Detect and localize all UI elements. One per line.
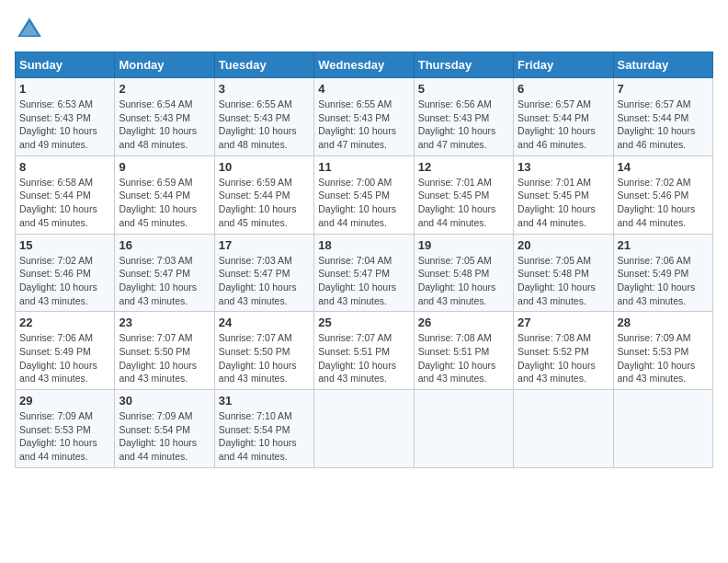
day-detail: Sunrise: 6:55 AMSunset: 5:43 PMDaylight:…	[318, 98, 409, 152]
calendar-day-cell: 11Sunrise: 7:00 AMSunset: 5:45 PMDayligh…	[314, 155, 414, 234]
day-number: 26	[418, 316, 509, 329]
day-number: 23	[119, 316, 210, 329]
day-number: 17	[219, 238, 310, 252]
day-number: 1	[19, 82, 110, 96]
calendar-day-cell	[414, 390, 513, 468]
calendar-day-cell: 25Sunrise: 7:07 AMSunset: 5:51 PMDayligh…	[314, 312, 414, 390]
weekday-header-sunday: Sunday	[16, 52, 115, 78]
calendar-day-cell: 13Sunrise: 7:01 AMSunset: 5:45 PMDayligh…	[514, 155, 613, 234]
calendar-day-cell: 1Sunrise: 6:53 AMSunset: 5:43 PMDaylight…	[16, 78, 115, 156]
day-number: 7	[618, 82, 709, 96]
day-number: 14	[618, 160, 709, 174]
calendar-day-cell: 16Sunrise: 7:03 AMSunset: 5:47 PMDayligh…	[115, 234, 214, 312]
calendar-day-cell: 14Sunrise: 7:02 AMSunset: 5:46 PMDayligh…	[613, 155, 712, 234]
day-number: 20	[518, 238, 609, 252]
calendar-day-cell: 21Sunrise: 7:06 AMSunset: 5:49 PMDayligh…	[613, 234, 712, 312]
calendar-week-row: 29Sunrise: 7:09 AMSunset: 5:53 PMDayligh…	[16, 390, 713, 468]
day-number: 11	[318, 160, 409, 174]
calendar-day-cell	[613, 390, 712, 468]
day-detail: Sunrise: 6:53 AMSunset: 5:43 PMDaylight:…	[19, 98, 110, 152]
day-detail: Sunrise: 7:09 AMSunset: 5:53 PMDaylight:…	[19, 409, 110, 464]
day-detail: Sunrise: 7:06 AMSunset: 5:49 PMDaylight:…	[618, 254, 709, 308]
day-number: 19	[418, 238, 509, 252]
day-number: 6	[518, 82, 609, 96]
day-number: 22	[19, 316, 110, 329]
day-number: 13	[518, 160, 609, 174]
day-detail: Sunrise: 6:54 AMSunset: 5:43 PMDaylight:…	[119, 98, 210, 152]
day-detail: Sunrise: 6:57 AMSunset: 5:44 PMDaylight:…	[518, 98, 609, 152]
calendar-week-row: 15Sunrise: 7:02 AMSunset: 5:46 PMDayligh…	[16, 234, 713, 312]
calendar-week-row: 22Sunrise: 7:06 AMSunset: 5:49 PMDayligh…	[16, 312, 713, 390]
day-detail: Sunrise: 7:04 AMSunset: 5:47 PMDaylight:…	[318, 254, 409, 308]
calendar-week-row: 8Sunrise: 6:58 AMSunset: 5:44 PMDaylight…	[16, 155, 713, 234]
calendar-day-cell: 19Sunrise: 7:05 AMSunset: 5:48 PMDayligh…	[414, 234, 513, 312]
weekday-header-friday: Friday	[514, 52, 613, 78]
day-number: 21	[618, 238, 709, 252]
calendar-day-cell: 3Sunrise: 6:55 AMSunset: 5:43 PMDaylight…	[214, 78, 313, 156]
day-number: 28	[618, 316, 709, 329]
calendar-day-cell: 20Sunrise: 7:05 AMSunset: 5:48 PMDayligh…	[514, 234, 613, 312]
day-number: 25	[318, 316, 409, 329]
calendar-week-row: 1Sunrise: 6:53 AMSunset: 5:43 PMDaylight…	[16, 78, 713, 156]
day-number: 31	[219, 394, 310, 408]
day-number: 10	[219, 160, 310, 174]
calendar-day-cell: 7Sunrise: 6:57 AMSunset: 5:44 PMDaylight…	[613, 78, 712, 156]
day-number: 30	[119, 394, 210, 408]
calendar-day-cell: 5Sunrise: 6:56 AMSunset: 5:43 PMDaylight…	[414, 78, 513, 156]
day-detail: Sunrise: 6:56 AMSunset: 5:43 PMDaylight:…	[418, 98, 509, 152]
calendar-day-cell: 29Sunrise: 7:09 AMSunset: 5:53 PMDayligh…	[16, 390, 115, 468]
weekday-header-monday: Monday	[115, 52, 214, 78]
day-detail: Sunrise: 7:05 AMSunset: 5:48 PMDaylight:…	[418, 254, 509, 308]
weekday-header-saturday: Saturday	[613, 52, 712, 78]
calendar-day-cell: 31Sunrise: 7:10 AMSunset: 5:54 PMDayligh…	[214, 390, 313, 468]
day-detail: Sunrise: 7:03 AMSunset: 5:47 PMDaylight:…	[219, 254, 310, 308]
calendar-day-cell: 30Sunrise: 7:09 AMSunset: 5:54 PMDayligh…	[115, 390, 214, 468]
page-header	[15, 15, 713, 44]
calendar-day-cell: 9Sunrise: 6:59 AMSunset: 5:44 PMDaylight…	[115, 155, 214, 234]
day-detail: Sunrise: 7:10 AMSunset: 5:54 PMDaylight:…	[219, 409, 310, 464]
logo-icon	[15, 15, 44, 44]
day-detail: Sunrise: 7:02 AMSunset: 5:46 PMDaylight:…	[19, 254, 110, 308]
day-detail: Sunrise: 7:07 AMSunset: 5:50 PMDaylight:…	[219, 331, 310, 385]
day-detail: Sunrise: 7:09 AMSunset: 5:54 PMDaylight:…	[119, 409, 210, 464]
calendar-day-cell: 2Sunrise: 6:54 AMSunset: 5:43 PMDaylight…	[115, 78, 214, 156]
day-detail: Sunrise: 6:59 AMSunset: 5:44 PMDaylight:…	[119, 176, 210, 230]
day-detail: Sunrise: 6:58 AMSunset: 5:44 PMDaylight:…	[19, 176, 110, 230]
calendar-day-cell: 23Sunrise: 7:07 AMSunset: 5:50 PMDayligh…	[115, 312, 214, 390]
day-detail: Sunrise: 7:00 AMSunset: 5:45 PMDaylight:…	[318, 176, 409, 230]
day-detail: Sunrise: 7:09 AMSunset: 5:53 PMDaylight:…	[618, 331, 709, 385]
day-detail: Sunrise: 6:55 AMSunset: 5:43 PMDaylight:…	[219, 98, 310, 152]
weekday-header-row: SundayMondayTuesdayWednesdayThursdayFrid…	[16, 52, 713, 78]
day-number: 16	[119, 238, 210, 252]
day-detail: Sunrise: 7:05 AMSunset: 5:48 PMDaylight:…	[518, 254, 609, 308]
calendar-day-cell: 8Sunrise: 6:58 AMSunset: 5:44 PMDaylight…	[16, 155, 115, 234]
calendar-day-cell: 28Sunrise: 7:09 AMSunset: 5:53 PMDayligh…	[613, 312, 712, 390]
day-detail: Sunrise: 6:57 AMSunset: 5:44 PMDaylight:…	[618, 98, 709, 152]
day-detail: Sunrise: 6:59 AMSunset: 5:44 PMDaylight:…	[219, 176, 310, 230]
calendar-day-cell: 12Sunrise: 7:01 AMSunset: 5:45 PMDayligh…	[414, 155, 513, 234]
day-number: 15	[19, 238, 110, 252]
calendar-day-cell	[514, 390, 613, 468]
calendar-day-cell: 27Sunrise: 7:08 AMSunset: 5:52 PMDayligh…	[514, 312, 613, 390]
day-detail: Sunrise: 7:08 AMSunset: 5:51 PMDaylight:…	[418, 331, 509, 385]
day-number: 12	[418, 160, 509, 174]
day-detail: Sunrise: 7:07 AMSunset: 5:50 PMDaylight:…	[119, 331, 210, 385]
calendar-day-cell: 24Sunrise: 7:07 AMSunset: 5:50 PMDayligh…	[214, 312, 313, 390]
weekday-header-thursday: Thursday	[414, 52, 513, 78]
calendar-day-cell: 26Sunrise: 7:08 AMSunset: 5:51 PMDayligh…	[414, 312, 513, 390]
day-number: 27	[518, 316, 609, 329]
day-number: 3	[219, 82, 310, 96]
day-detail: Sunrise: 7:07 AMSunset: 5:51 PMDaylight:…	[318, 331, 409, 385]
weekday-header-tuesday: Tuesday	[214, 52, 313, 78]
day-number: 29	[19, 394, 110, 408]
logo	[15, 15, 46, 44]
day-number: 9	[119, 160, 210, 174]
calendar-day-cell: 18Sunrise: 7:04 AMSunset: 5:47 PMDayligh…	[314, 234, 414, 312]
day-detail: Sunrise: 7:01 AMSunset: 5:45 PMDaylight:…	[518, 176, 609, 230]
calendar-day-cell: 17Sunrise: 7:03 AMSunset: 5:47 PMDayligh…	[214, 234, 313, 312]
weekday-header-wednesday: Wednesday	[314, 52, 414, 78]
day-number: 8	[19, 160, 110, 174]
calendar-day-cell: 15Sunrise: 7:02 AMSunset: 5:46 PMDayligh…	[16, 234, 115, 312]
calendar-day-cell	[314, 390, 414, 468]
calendar-day-cell: 4Sunrise: 6:55 AMSunset: 5:43 PMDaylight…	[314, 78, 414, 156]
